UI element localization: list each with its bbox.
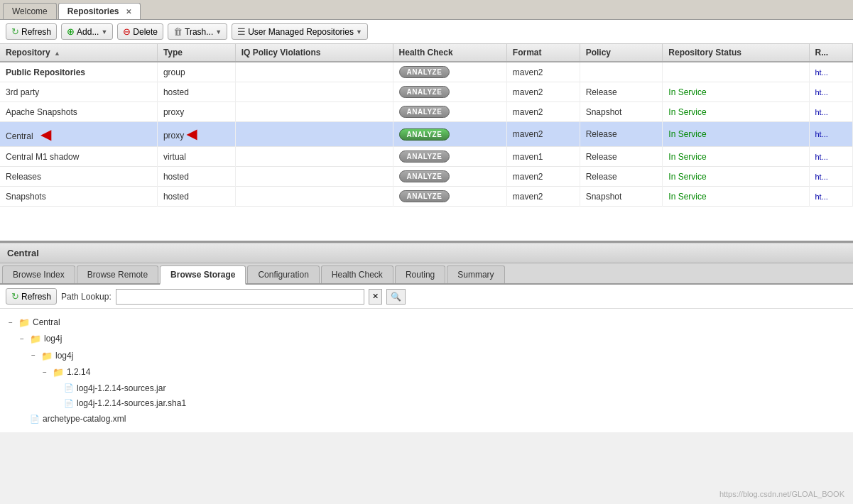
watermark: https://blog.csdn.net/GLOAL_BOOK <box>719 490 844 498</box>
file-tree: −📁Central−📁log4j−📁log4j−📁1.2.14📄log4j-1.… <box>0 309 853 432</box>
tree-item[interactable]: 📄log4j-1.2.14-sources.jar.sha1 <box>54 396 844 412</box>
repo-link-cell[interactable]: ht... <box>809 102 853 122</box>
tab-browse-remote[interactable]: Browse Remote <box>77 265 158 283</box>
tree-item[interactable]: −📁log4j <box>20 331 844 347</box>
repo-link-cell[interactable]: ht... <box>809 147 853 167</box>
path-search-button[interactable]: 🔍 <box>386 289 406 305</box>
repo-iq-cell <box>235 122 393 147</box>
repo-status-cell: In Service <box>663 147 809 167</box>
analyze-button[interactable]: ANALYZE <box>399 66 450 78</box>
analyze-button[interactable]: ANALYZE <box>399 128 450 141</box>
repo-health-cell[interactable]: ANALYZE <box>393 147 506 167</box>
add-icon: ⊕ <box>67 26 75 37</box>
col-repository[interactable]: Repository ▲ <box>0 44 157 62</box>
path-lookup-input[interactable] <box>116 289 364 305</box>
browse-refresh-button[interactable]: ↻ Refresh <box>6 288 57 305</box>
folder-icon: 📁 <box>41 348 53 364</box>
col-iq[interactable]: IQ Policy Violations <box>235 44 393 62</box>
table-row[interactable]: ReleaseshostedANALYZEmaven2ReleaseIn Ser… <box>0 167 853 187</box>
delete-button[interactable]: ⊖ Delete <box>117 23 163 40</box>
tree-item[interactable]: 📄archetype-catalog.xml <box>20 412 844 427</box>
tree-item[interactable]: 📄log4j-1.2.14-sources.jar <box>54 381 844 397</box>
tree-item[interactable]: −📁log4j <box>31 348 844 364</box>
file-icon: 📄 <box>30 412 40 427</box>
repo-name-cell: Central◀ <box>0 122 157 147</box>
repo-iq-cell <box>235 147 393 167</box>
col-health[interactable]: Health Check <box>393 44 506 62</box>
repo-name-cell: Central M1 shadow <box>0 147 157 167</box>
repo-health-cell[interactable]: ANALYZE <box>393 102 506 122</box>
tree-item-label: log4j <box>44 332 62 347</box>
expand-icon[interactable]: − <box>20 333 27 346</box>
repository-list: Public RepositoriesgroupANALYZEmaven2ht.… <box>0 62 853 207</box>
table-row[interactable]: Apache SnapshotsproxyANALYZEmaven2Snapsh… <box>0 102 853 122</box>
user-managed-button[interactable]: ☰ User Managed Repositories ▼ <box>232 23 368 40</box>
tab-repositories[interactable]: Repositories ✕ <box>58 3 141 19</box>
repo-format-cell: maven1 <box>506 147 580 167</box>
bottom-tab-bar: Browse Index Browse Remote Browse Storag… <box>0 263 853 285</box>
path-clear-button[interactable]: ✕ <box>369 289 382 305</box>
repo-link-cell[interactable]: ht... <box>809 62 853 82</box>
col-status[interactable]: Repository Status <box>663 44 809 62</box>
refresh-button[interactable]: ↻ Refresh <box>6 23 57 40</box>
trash-button[interactable]: 🗑 Trash... ▼ <box>168 23 227 40</box>
red-arrow-name: ◀ <box>40 126 51 143</box>
repo-link-cell[interactable]: ht... <box>809 82 853 102</box>
repo-format-cell: maven2 <box>506 187 580 207</box>
repo-name-cell: Releases <box>0 167 157 187</box>
close-tab-icon[interactable]: ✕ <box>126 8 131 16</box>
repo-health-cell[interactable]: ANALYZE <box>393 82 506 102</box>
browse-toolbar: ↻ Refresh Path Lookup: ✕ 🔍 <box>0 285 853 309</box>
repo-iq-cell <box>235 82 393 102</box>
folder-icon: 📁 <box>30 331 41 347</box>
user-managed-icon: ☰ <box>237 26 246 37</box>
table-row[interactable]: Central◀proxy ◀ANALYZEmaven2ReleaseIn Se… <box>0 122 853 147</box>
repo-health-cell[interactable]: ANALYZE <box>393 122 506 147</box>
repo-format-cell: maven2 <box>506 122 580 147</box>
table-row[interactable]: SnapshotshostedANALYZEmaven2SnapshotIn S… <box>0 187 853 207</box>
analyze-button[interactable]: ANALYZE <box>399 86 450 98</box>
repo-health-cell[interactable]: ANALYZE <box>393 62 506 82</box>
tab-health-check[interactable]: Health Check <box>321 265 393 283</box>
tree-item-label: log4j-1.2.14-sources.jar <box>77 381 165 397</box>
top-tab-bar: Welcome Repositories ✕ <box>0 0 853 20</box>
tab-browse-storage[interactable]: Browse Storage <box>160 265 246 285</box>
analyze-button[interactable]: ANALYZE <box>399 170 450 182</box>
add-button[interactable]: ⊕ Add... ▼ <box>61 23 113 40</box>
tab-summary[interactable]: Summary <box>447 265 504 283</box>
tab-browse-index[interactable]: Browse Index <box>2 265 75 283</box>
repo-status-cell: In Service <box>663 122 809 147</box>
repo-iq-cell <box>235 167 393 187</box>
expand-icon[interactable]: − <box>43 366 50 379</box>
tab-welcome[interactable]: Welcome <box>3 3 57 19</box>
bottom-panel: Central Browse Index Browse Remote Brows… <box>0 243 853 504</box>
expand-icon[interactable]: − <box>9 317 16 329</box>
tree-item[interactable]: −📁Central <box>9 314 844 331</box>
repo-policy-cell: Release <box>580 122 663 147</box>
repo-format-cell: maven2 <box>506 82 580 102</box>
repository-table-section: Repository ▲ Type IQ Policy Violations H… <box>0 44 853 243</box>
repo-health-cell[interactable]: ANALYZE <box>393 167 506 187</box>
table-row[interactable]: Public RepositoriesgroupANALYZEmaven2ht.… <box>0 62 853 82</box>
analyze-button[interactable]: ANALYZE <box>399 106 450 118</box>
col-format[interactable]: Format <box>506 44 580 62</box>
folder-icon: 📁 <box>53 364 64 380</box>
analyze-button[interactable]: ANALYZE <box>399 150 450 163</box>
analyze-button[interactable]: ANALYZE <box>399 190 450 202</box>
tab-routing[interactable]: Routing <box>395 265 445 283</box>
repo-health-cell[interactable]: ANALYZE <box>393 187 506 207</box>
file-icon: 📄 <box>64 397 74 411</box>
col-type[interactable]: Type <box>157 44 235 62</box>
table-row[interactable]: Central M1 shadowvirtualANALYZEmaven1Rel… <box>0 147 853 167</box>
table-row[interactable]: 3rd partyhostedANALYZEmaven2ReleaseIn Se… <box>0 82 853 102</box>
repo-status-cell <box>663 62 809 82</box>
repo-link-cell[interactable]: ht... <box>809 122 853 147</box>
repo-status-cell: In Service <box>663 102 809 122</box>
repo-link-cell[interactable]: ht... <box>809 167 853 187</box>
expand-icon[interactable]: − <box>31 349 38 362</box>
col-policy[interactable]: Policy <box>580 44 663 62</box>
tab-configuration[interactable]: Configuration <box>247 265 319 283</box>
tree-item[interactable]: −📁1.2.14 <box>43 364 844 380</box>
repo-policy-cell: Snapshot <box>580 187 663 207</box>
repo-link-cell[interactable]: ht... <box>809 187 853 207</box>
